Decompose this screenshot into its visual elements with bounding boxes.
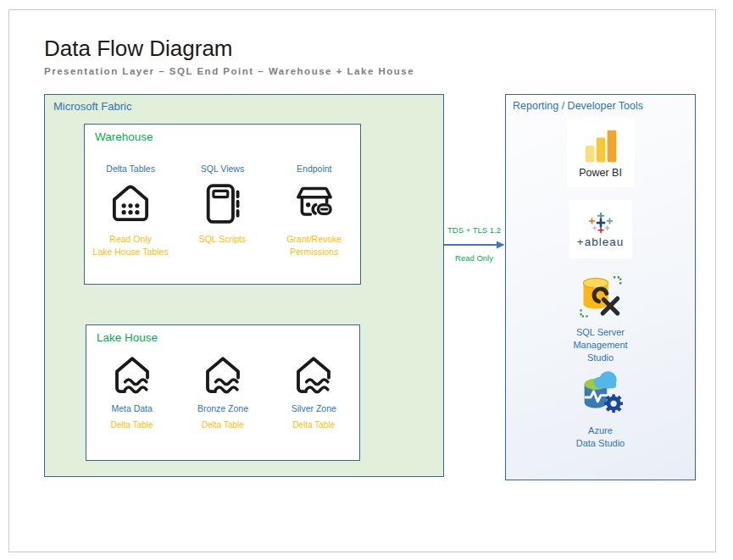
item-title: Silver Zone <box>292 403 336 413</box>
ssms-icon <box>577 273 625 320</box>
warehouse-label: Warehouse <box>95 130 153 143</box>
ssms-label: SQL Server Management Studio <box>573 326 627 364</box>
warehouse-house-icon <box>108 180 153 226</box>
notebook-icon <box>199 180 245 226</box>
item-note: Grant/Revoke Permissions <box>286 233 342 258</box>
microsoft-fabric-container: Microsoft Fabric Warehouse Delta Tables <box>44 94 444 477</box>
microsoft-fabric-label: Microsoft Fabric <box>53 100 131 113</box>
connector-protocol-label: TDS + TLS 1.2 <box>442 225 506 235</box>
ssms-tool: SQL Server Management Studio <box>573 273 627 364</box>
item-note: Delta Table <box>111 419 153 431</box>
lake-house-label: Lake House <box>97 331 158 344</box>
warehouse-box: Warehouse Delta Tables Read Only Lak <box>84 124 361 285</box>
box-link-icon <box>292 180 337 226</box>
tableau-icon <box>583 211 619 235</box>
lake-house-icon <box>109 352 155 398</box>
lake-house-item-silver-zone: Silver Zone Delta Table <box>269 352 358 431</box>
warehouse-items: Delta Tables Read Only Lake House Tables <box>85 164 360 258</box>
connector-access-label: Read Only <box>442 253 506 263</box>
reporting-panel-label: Reporting / Developer Tools <box>513 100 643 112</box>
page-subtitle: Presentation Layer – SQL End Point – War… <box>44 66 414 76</box>
item-note: Delta Table <box>292 419 335 431</box>
tableau-wordmark: +ableau <box>577 236 624 248</box>
page-title: Data Flow Diagram <box>44 36 233 62</box>
power-bi-tool: Power BI <box>567 118 635 187</box>
item-note: SQL Scripts <box>199 233 247 246</box>
item-title: Delta Tables <box>106 164 155 174</box>
lake-house-icon <box>291 352 336 398</box>
azure-data-studio-tool: Azure Data Studio <box>576 368 625 450</box>
lake-house-items: Meta Data Delta Table Bronze Zone Delta … <box>86 352 359 431</box>
warehouse-item-endpoint: Endpoint Grant/Revoke Permissions <box>269 164 359 258</box>
azure-data-studio-label: Azure Data Studio <box>576 424 625 450</box>
item-title: Endpoint <box>297 164 331 174</box>
reporting-developer-tools-panel: Reporting / Developer Tools Power BI <box>505 94 696 480</box>
warehouse-item-delta-tables: Delta Tables Read Only Lake House Tables <box>86 164 176 258</box>
data-flow-diagram-page: Data Flow Diagram Presentation Layer – S… <box>0 0 733 560</box>
lake-house-item-meta-data: Meta Data Delta Table <box>87 352 177 431</box>
power-bi-label: Power BI <box>579 167 622 179</box>
item-note: Delta Table <box>202 419 244 431</box>
item-title: SQL Views <box>201 164 244 174</box>
warehouse-item-sql-views: SQL Views SQL Scripts <box>177 164 268 258</box>
item-title: Meta Data <box>111 403 152 413</box>
fabric-reporting-arrow <box>444 240 505 250</box>
item-note: Read Only Lake House Tables <box>93 233 169 258</box>
azure-data-studio-icon <box>576 368 625 417</box>
lake-house-icon <box>200 352 246 398</box>
tableau-tool: +ableau <box>569 200 632 258</box>
item-title: Bronze Zone <box>197 403 248 413</box>
lake-house-item-bronze-zone: Bronze Zone Delta Table <box>178 352 268 431</box>
lake-house-box: Lake House Meta Data Delta Table <box>86 324 360 461</box>
power-bi-icon <box>581 126 620 165</box>
